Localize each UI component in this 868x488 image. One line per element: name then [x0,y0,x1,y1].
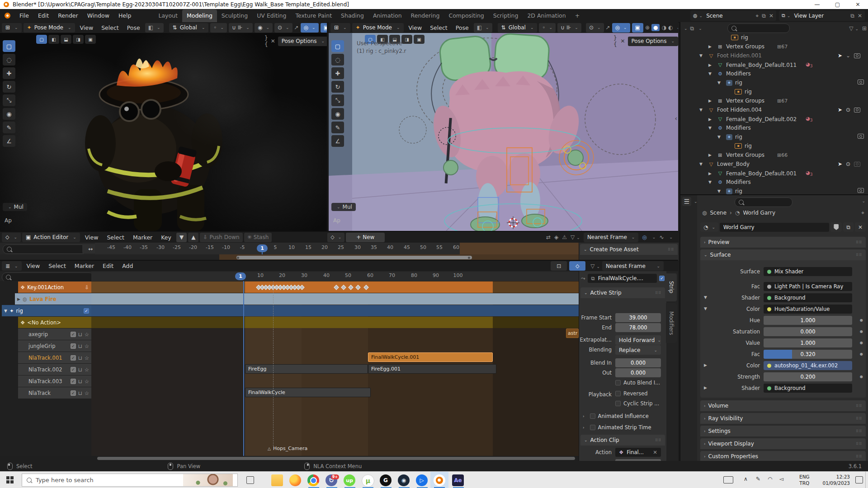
strip-fireegg001[interactable]: FireEgg.001 [368,364,496,374]
editor-type-button[interactable]: ≣⌄ [2,261,22,271]
mode-select[interactable]: ✦Pose Mode⌄ [24,23,75,33]
lock-icon[interactable]: ⊔ [78,331,82,338]
menu-render[interactable]: Render [53,12,83,19]
pen-tray-icon[interactable]: ✎ [756,476,760,482]
firefox-icon[interactable] [289,474,301,486]
collapse-icon[interactable]: ▼ [708,126,712,130]
push-down-icon[interactable]: ⇩ [85,284,89,291]
select-circle-tool[interactable]: ◌ [331,54,344,66]
pivot-point-button[interactable]: ◦⌄ [539,23,556,33]
editor-type-button[interactable]: ⬦⌄ [2,233,21,242]
bluestacks-icon[interactable]: ▷ [416,474,428,486]
add-workspace-button[interactable]: + [571,12,584,19]
tab-animation[interactable]: Animation [368,12,406,19]
sidebar-toggle-icon[interactable]: ‹ [675,115,677,122]
tab-modeling[interactable]: Modeling [182,9,217,22]
ray-visibility-panel-header[interactable]: ›Ray Visibility⠿⠿ [700,413,866,424]
proportional-icon[interactable]: ◎ [642,234,646,240]
unlink-datablock-button[interactable]: ✕ [855,222,866,232]
select-menu[interactable]: Select [45,263,70,269]
nla-search[interactable] [2,272,94,282]
chrome-icon[interactable] [307,474,319,486]
frame-end-field[interactable]: 78.000 [615,323,661,332]
extrapolation-dropdown[interactable]: Hold Forward⌄ [615,335,661,345]
shader2-field[interactable]: Background [764,384,852,393]
action-id-icon-button[interactable]: ⬦⌄ [327,233,344,242]
panel-grip-icon[interactable]: ⠿⠿ [655,438,661,442]
remove-icon[interactable]: ✕ [858,13,862,19]
saturation-slider[interactable]: 0.000 [764,327,852,336]
viewport-display-panel-header[interactable]: ›Viewport Display⠿⠿ [700,438,866,449]
strip-partial[interactable]: astr [566,328,579,338]
current-frame-badge[interactable]: 1 [257,244,268,252]
tweak-tool[interactable]: ▢ [331,40,344,52]
close-button[interactable]: ✕ [848,1,868,8]
select-box-tool[interactable]: ▢ [36,35,47,44]
collapse-icon[interactable]: ▼ [699,53,703,58]
select-invert-tool[interactable]: ◨ [73,35,84,44]
properties-search[interactable] [735,197,793,207]
language-indicator[interactable]: ENG TRQ [799,474,810,486]
show-desktop-button[interactable] [865,472,868,488]
dopesheet-search[interactable] [3,244,87,254]
scale-tool[interactable]: ⤡ [3,94,15,106]
outliner-item[interactable]: Female_Body_Default.001 [726,170,797,177]
frame-start-field[interactable]: 39.000 [615,313,661,322]
track-key001action[interactable]: ❖Key.001Action ⇩ [18,282,91,293]
outliner-search[interactable] [727,23,790,33]
select-intersect-tool[interactable]: ▣ [414,35,425,44]
tab-2d-animation[interactable]: 2D Animation [523,12,570,19]
panel-grip-icon[interactable]: ⠿⠿ [856,253,862,257]
world-browse-button[interactable]: ◔⌄ [700,222,718,232]
shader-field[interactable]: Background [764,293,852,302]
solo-star-icon[interactable]: ☆ [85,343,89,349]
nla-h-scrollbar[interactable] [97,457,575,460]
tweak-tool[interactable]: ▢ [3,40,15,52]
blender-menu-icon[interactable] [5,13,10,19]
xray-alt-icon[interactable]: }{ [264,35,268,47]
rotate-tool[interactable]: ↻ [331,81,344,93]
sync-markers-icon[interactable]: ⇄ [546,234,551,240]
solo-star-icon[interactable]: ☆ [85,355,89,361]
outliner-item[interactable]: Vertex Groups [726,98,764,104]
snap-button[interactable]: ∪⊪⌄ [229,23,253,33]
volume-icon[interactable]: ◅ [779,476,783,482]
pose-menu[interactable]: Pose [453,24,472,31]
track-enabled-checkbox[interactable]: ✓ [84,308,89,314]
utorrent-icon[interactable]: µ [362,474,374,487]
select-menu[interactable]: Select [427,24,451,31]
xray-toggle[interactable]: ◎⌄ [612,23,630,33]
pose-options-dropdown[interactable]: Pose Options⌄ [628,37,678,46]
auto-blend-checkbox[interactable] [615,380,621,385]
strip-finalwalkcycle001[interactable]: FinalWalkCycle.001 [368,352,493,362]
select-intersect-tool[interactable]: ▣ [85,35,96,44]
transform-orientation[interactable]: ⇅Global⌄ [498,23,538,33]
fac-slider[interactable]: 0.320 [764,350,852,359]
outliner-item[interactable]: Modifiers [726,125,751,131]
filter-influence-button[interactable]: ⊡ [551,261,567,271]
camera-visibility-icon[interactable] [854,53,860,58]
outliner-item[interactable]: Vertex Groups [726,43,764,50]
view-menu[interactable]: View [77,24,97,31]
copy-datablock-button[interactable]: ⧉ [843,222,854,232]
outliner-item[interactable]: rig [745,143,752,149]
transform-orientation[interactable]: ⇅Global⌄ [169,23,209,33]
mute-checkbox[interactable]: ✓ [71,367,76,372]
solo-star-icon[interactable]: ☆ [85,331,89,338]
rotate-tool[interactable]: ↻ [3,81,15,93]
tab-rendering[interactable]: Rendering [406,12,444,19]
snap-button[interactable]: ∪⊪⌄ [557,23,581,33]
shading-wireframe-icon[interactable]: ⊕ [645,24,650,31]
current-frame-badge[interactable]: 1 [235,272,246,280]
xray-toggle[interactable]: ◎⌄ [301,23,319,33]
outliner-item[interactable]: rig [735,188,742,194]
environment-image-field[interactable]: autoshop_01_4k.exr.002 [764,361,852,370]
clear-icon[interactable]: ✕ [271,38,275,44]
surface-panel-header[interactable]: ⌄Surface⠿⠿ [700,249,866,260]
after-effects-icon[interactable]: Ae [452,474,464,486]
strip-name-field[interactable]: ⧉FinalWalkCycle.... [588,274,657,283]
key-menu[interactable]: Key [157,234,175,241]
mirror-button[interactable]: ◧⌄ [145,23,164,33]
scale-tool[interactable]: ⤡ [331,94,344,106]
track-nlatrack003[interactable]: NlaTrack.003 ✓⊔☆ [18,375,91,387]
